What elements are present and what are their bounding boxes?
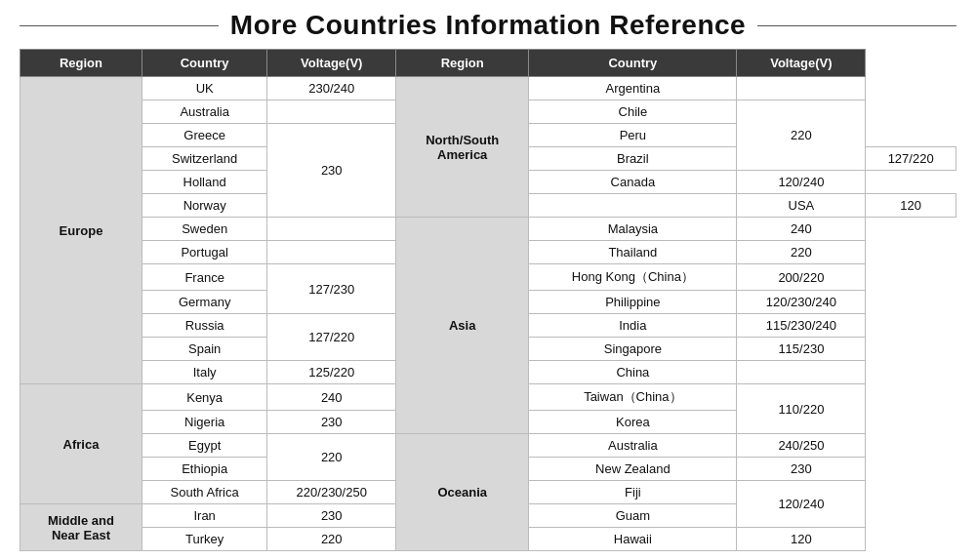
left-country-cell: Iran <box>142 504 266 528</box>
right-voltage-cell <box>737 361 866 384</box>
right-country-cell: Hawaii <box>529 528 737 551</box>
left-country-cell: France <box>142 264 266 291</box>
title-right-line <box>757 25 956 26</box>
left-country-cell: Egypt <box>142 434 266 458</box>
right-region-cell: Asia <box>396 218 529 434</box>
left-voltage-cell: 230/240 <box>267 77 396 100</box>
right-voltage-cell: 110/220 <box>737 384 866 434</box>
left-country-cell: Portugal <box>142 241 266 264</box>
left-country-cell: UK <box>142 77 266 100</box>
right-voltage-cell: 240/250 <box>737 434 866 458</box>
left-country-cell: Ethiopia <box>142 458 266 481</box>
right-country-cell: Chile <box>529 100 737 124</box>
left-country-cell: Switzerland <box>142 147 266 171</box>
left-voltage-cell: 230 <box>267 124 396 218</box>
left-voltage-cell <box>267 218 396 241</box>
left-voltage-cell: 220 <box>267 528 396 551</box>
left-voltage-cell: 240 <box>267 384 396 411</box>
right-country-cell: Argentina <box>529 77 737 100</box>
right-voltage-cell: 120/230/240 <box>737 291 866 314</box>
right-voltage-cell: 127/220 <box>866 147 956 171</box>
table-row: SwedenAsiaMalaysia240 <box>20 218 956 241</box>
left-country-cell: Kenya <box>142 384 266 411</box>
left-voltage-cell: 127/220 <box>267 314 396 361</box>
table-header-row: Region Country Voltage(V) Region Country… <box>20 50 956 77</box>
left-voltage-cell <box>267 241 396 264</box>
left-region-cell: Middle and Near East <box>20 504 142 551</box>
header-country-left: Country <box>142 50 266 77</box>
left-country-cell: Germany <box>142 291 266 314</box>
right-voltage-cell: 120/240 <box>737 481 866 528</box>
right-voltage-cell: 240 <box>737 218 866 241</box>
right-voltage-cell: 115/230/240 <box>737 314 866 338</box>
left-country-cell: Sweden <box>142 218 266 241</box>
header-voltage-right: Voltage(V) <box>737 50 866 77</box>
header-region-left: Region <box>20 50 142 77</box>
left-country-cell: Holland <box>142 171 266 194</box>
left-voltage-cell: 220/230/250 <box>267 481 396 504</box>
right-country-cell: Brazil <box>529 147 737 171</box>
right-country-cell: Philippine <box>529 291 737 314</box>
right-country-cell: China <box>529 361 737 384</box>
right-voltage-cell: 120/240 <box>737 171 866 194</box>
left-voltage-cell <box>529 194 737 218</box>
left-voltage-cell: 230 <box>267 411 396 434</box>
title-section: More Countries Information Reference <box>20 10 956 41</box>
right-country-cell: Thailand <box>529 241 737 264</box>
left-country-cell: Nigeria <box>142 411 266 434</box>
header-country-right: Country <box>529 50 737 77</box>
left-voltage-cell: 127/230 <box>267 264 396 314</box>
left-voltage-cell: 230 <box>267 504 396 528</box>
header-region-right: Region <box>396 50 529 77</box>
right-country-cell: Hong Kong（China） <box>529 264 737 291</box>
left-country-cell: Italy <box>142 361 266 384</box>
left-region-cell: Africa <box>20 384 142 504</box>
right-voltage-cell: 120 <box>737 528 866 551</box>
right-country-cell: Singapore <box>529 338 737 361</box>
right-country-cell: Canada <box>529 171 737 194</box>
left-country-cell: Turkey <box>142 528 266 551</box>
left-country-cell: Russia <box>142 314 266 338</box>
left-country-cell: Greece <box>142 124 266 147</box>
right-voltage-cell: 115/230 <box>737 338 866 361</box>
left-region-cell: Europe <box>20 77 142 384</box>
right-region-cell: Oceania <box>396 434 529 551</box>
right-voltage-cell: 200/220 <box>737 264 866 291</box>
countries-table: Region Country Voltage(V) Region Country… <box>20 49 956 551</box>
right-voltage-cell: 220 <box>737 241 866 264</box>
left-country-cell: South Africa <box>142 481 266 504</box>
right-voltage-cell: 230 <box>737 458 866 481</box>
right-country-cell: Peru <box>529 124 737 147</box>
right-country-cell: Korea <box>529 411 737 434</box>
right-voltage-cell: 120 <box>866 194 956 218</box>
page-title: More Countries Information Reference <box>230 10 746 41</box>
left-country-cell: Spain <box>142 338 266 361</box>
right-voltage-cell: 220 <box>737 100 866 171</box>
title-left-line <box>20 25 219 26</box>
header-voltage-left: Voltage(V) <box>267 50 396 77</box>
left-country-cell: Norway <box>142 194 266 218</box>
left-voltage-cell: 125/220 <box>267 361 396 384</box>
right-country-cell: Malaysia <box>529 218 737 241</box>
right-country-cell: New Zealand <box>529 458 737 481</box>
table-row: EuropeUK230/240North/South AmericaArgent… <box>20 77 956 100</box>
table-row: Egypt220OceaniaAustralia240/250 <box>20 434 956 458</box>
left-voltage-cell: 220 <box>267 434 396 481</box>
right-voltage-cell <box>737 77 866 100</box>
left-country-cell: Australia <box>142 100 266 124</box>
right-country-cell: USA <box>737 194 866 218</box>
right-country-cell: India <box>529 314 737 338</box>
right-country-cell: Taiwan（China） <box>529 384 737 411</box>
right-country-cell: Guam <box>529 504 737 528</box>
right-country-cell: Australia <box>529 434 737 458</box>
right-country-cell: Fiji <box>529 481 737 504</box>
right-region-cell: North/South America <box>396 77 529 218</box>
left-voltage-cell <box>267 100 396 124</box>
